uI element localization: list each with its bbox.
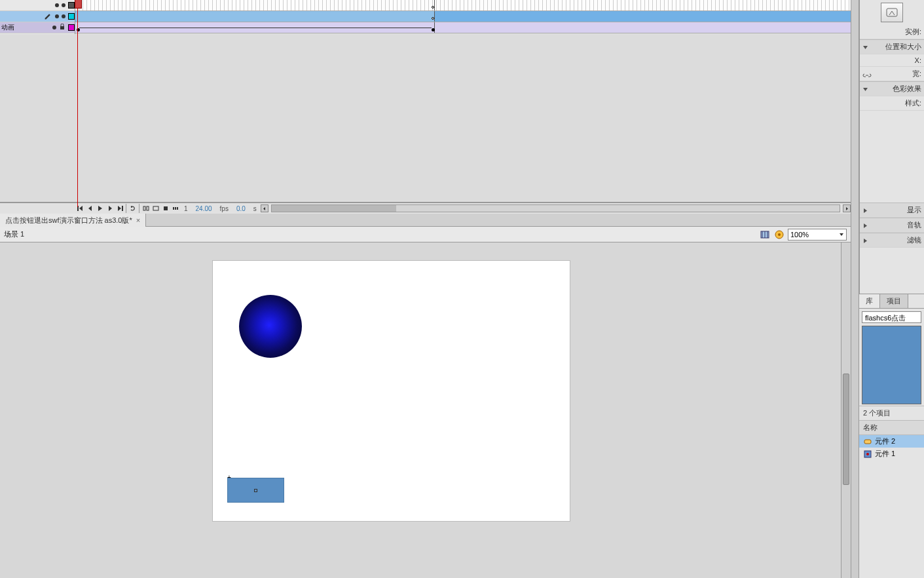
svg-rect-9 xyxy=(177,207,178,210)
frame-row[interactable] xyxy=(75,0,851,11)
section-display[interactable]: 显示 xyxy=(860,202,924,218)
chevron-down-icon xyxy=(862,44,868,50)
section-audio[interactable]: 音轨 xyxy=(860,218,924,233)
scroll-left-button[interactable] xyxy=(261,204,268,212)
scroll-right-button[interactable] xyxy=(843,204,851,212)
scrollbar-thumb[interactable] xyxy=(272,205,396,212)
instance-label: 实例: xyxy=(905,27,921,37)
fps-value[interactable]: 24.00 xyxy=(196,205,212,212)
current-frame: 1 xyxy=(184,205,188,212)
layer-color[interactable] xyxy=(68,24,75,31)
chevron-right-icon xyxy=(862,237,868,243)
document-title: 点击按钮退出swf演示窗口方法 as3.0版* xyxy=(5,216,132,225)
frame-row[interactable] xyxy=(75,11,851,22)
stage-ball-graphic[interactable] xyxy=(239,295,302,358)
onion-skin-button[interactable] xyxy=(141,204,151,213)
fps-unit: fps xyxy=(220,205,229,212)
frames-area[interactable] xyxy=(75,0,851,35)
pos-size-label: 位置和大小 xyxy=(885,42,921,52)
panel-resize-grip[interactable] xyxy=(851,0,859,578)
display-label: 显示 xyxy=(907,205,921,215)
library-document-select[interactable]: flashcs6点击 xyxy=(862,311,921,323)
prev-frame-button[interactable] xyxy=(85,204,95,213)
x-label: X: xyxy=(915,56,921,64)
onion-markers-button[interactable] xyxy=(170,204,180,213)
stage-vertical-scrollbar[interactable] xyxy=(841,242,851,578)
center-point-icon xyxy=(254,489,257,492)
next-frame-button[interactable] xyxy=(105,204,115,213)
link-icon[interactable] xyxy=(862,71,872,77)
frame-row[interactable] xyxy=(75,22,851,33)
scrollbar-thumb[interactable] xyxy=(843,374,849,485)
svg-rect-2 xyxy=(122,206,123,211)
library-column-name[interactable]: 名称 xyxy=(859,420,924,435)
timeline-scrollbar[interactable] xyxy=(271,204,840,212)
width-label: 宽: xyxy=(912,69,921,79)
swap-button[interactable] xyxy=(881,3,903,22)
time-value: 0.0 xyxy=(236,205,246,212)
zoom-select[interactable]: 100% xyxy=(788,229,847,241)
library-item-name: 元件 1 xyxy=(875,449,895,459)
layer-row[interactable] xyxy=(0,0,75,11)
timeline-controls: 1 24.00 fps 0.0 s xyxy=(0,202,851,214)
document-tab-bar: 点击按钮退出swf演示窗口方法 as3.0版* × xyxy=(0,214,851,227)
scene-bar: 场景 1 100% xyxy=(0,227,851,242)
dot-icon xyxy=(52,26,56,29)
timeline-empty-area xyxy=(0,34,851,202)
layer-color[interactable] xyxy=(68,13,75,20)
section-filter[interactable]: 滤镜 xyxy=(860,233,924,248)
svg-rect-14 xyxy=(864,440,871,444)
lock-icon xyxy=(59,24,65,31)
library-item[interactable]: 元件 1 xyxy=(859,448,924,460)
edit-multiple-frames-button[interactable] xyxy=(160,204,170,213)
chevron-down-icon xyxy=(839,232,844,237)
movieclip-symbol-icon xyxy=(863,450,872,459)
svg-rect-8 xyxy=(175,207,176,210)
section-pos-size[interactable]: 位置和大小 xyxy=(860,39,924,54)
close-icon[interactable]: × xyxy=(136,216,140,224)
svg-rect-13 xyxy=(887,9,897,16)
timeline-panel: 动画 xyxy=(0,0,851,35)
layer-name: 动画 xyxy=(1,23,50,32)
onion-skin-outline-button[interactable] xyxy=(151,204,160,213)
library-item-count: 2 个项目 xyxy=(859,406,924,420)
tab-project[interactable]: 项目 xyxy=(880,294,908,308)
svg-rect-0 xyxy=(60,26,64,29)
pencil-icon xyxy=(44,12,52,22)
layer-row[interactable]: 动画 xyxy=(0,22,75,33)
playhead[interactable] xyxy=(77,0,78,207)
stage-canvas[interactable]: + xyxy=(213,261,570,521)
tab-library[interactable]: 库 xyxy=(859,294,880,308)
zoom-value: 100% xyxy=(790,231,809,239)
section-color-effect[interactable]: 色彩效果 xyxy=(860,81,924,96)
dot-icon xyxy=(62,3,65,7)
time-unit: s xyxy=(253,205,257,212)
loop-button[interactable] xyxy=(128,204,138,213)
chevron-right-icon xyxy=(862,207,868,213)
library-item[interactable]: 元件 2 xyxy=(859,435,924,448)
stage-button-symbol[interactable] xyxy=(227,478,284,503)
dot-icon xyxy=(55,3,59,7)
dot-icon xyxy=(55,14,59,18)
svg-rect-6 xyxy=(164,206,168,210)
last-frame-button[interactable] xyxy=(115,204,124,213)
library-item-name: 元件 2 xyxy=(875,436,895,446)
stage-area[interactable]: + xyxy=(0,242,851,578)
svg-rect-4 xyxy=(147,206,149,210)
edit-scene-icon[interactable] xyxy=(759,229,771,241)
svg-rect-3 xyxy=(143,206,145,210)
chevron-down-icon xyxy=(862,86,868,92)
document-tab[interactable]: 点击按钮退出swf演示窗口方法 as3.0版* × xyxy=(0,214,146,227)
layer-list: 动画 xyxy=(0,0,75,35)
chevron-right-icon xyxy=(862,222,868,228)
svg-point-16 xyxy=(866,453,869,455)
layer-color[interactable] xyxy=(68,2,75,9)
edit-symbol-icon[interactable] xyxy=(773,229,785,241)
layer-row[interactable] xyxy=(0,11,75,22)
audio-label: 音轨 xyxy=(907,220,921,230)
filter-label: 滤镜 xyxy=(907,235,921,245)
play-button[interactable] xyxy=(95,204,105,213)
svg-rect-5 xyxy=(153,206,158,210)
library-preview xyxy=(862,326,921,404)
svg-point-12 xyxy=(778,233,781,236)
